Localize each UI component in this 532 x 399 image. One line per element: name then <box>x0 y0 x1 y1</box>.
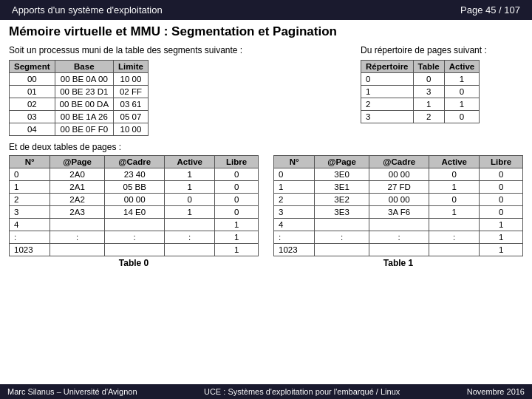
table-row: 0000 BE 0A 0010 00 <box>10 73 149 86</box>
header: Apports d'un système d'exploitation Page… <box>0 0 532 20</box>
table1-container: N° @Page @Cadre Active Libre 03E000 0000… <box>273 155 523 268</box>
table-row: 12A105 BB10 <box>10 181 259 194</box>
table1: N° @Page @Cadre Active Libre 03E000 0000… <box>273 155 523 256</box>
dir-col-table: Table <box>413 61 444 73</box>
table-row: 33E33A F610 <box>274 206 523 219</box>
table-row: ::::1 <box>10 231 259 244</box>
page-title: Mémoire virtuelle et MMU : Segmentation … <box>0 20 532 42</box>
table-row: 03E000 0000 <box>274 168 523 181</box>
t0-col-n: N° <box>10 156 50 168</box>
t1-col-cadre: @Cadre <box>369 156 429 168</box>
two-tables-row: N° @Page @Cadre Active Libre 02A023 4010… <box>9 155 523 268</box>
seg-col-limite: Limite <box>114 61 149 73</box>
table0-container: N° @Page @Cadre Active Libre 02A023 4010… <box>9 155 259 268</box>
two-tables-section: Et de deux tables de pages : N° @Page @C… <box>0 139 532 270</box>
right-desc: Du répertoire de pages suivant : <box>361 45 523 55</box>
table-row: 23E200 0000 <box>274 194 523 206</box>
t0-col-libre: Libre <box>215 156 259 168</box>
table-row: 22A200 0000 <box>10 194 259 206</box>
footer-right: Novembre 2016 <box>467 387 525 396</box>
t1-col-page: @Page <box>315 156 369 168</box>
table-row: 32A314 E010 <box>10 206 259 219</box>
table-row: 02A023 4010 <box>10 168 259 181</box>
main-content: Soit un processus muni de la table des s… <box>0 42 532 139</box>
footer: Marc Silanus – Université d'Avignon UCE … <box>0 384 532 399</box>
table-row: 10231 <box>274 244 523 256</box>
two-tables-desc: Et de deux tables de pages : <box>9 142 523 152</box>
table0-label: Table 0 <box>9 258 259 268</box>
t1-col-n: N° <box>274 156 315 168</box>
table-row: 10231 <box>10 244 259 256</box>
dir-col-repertoire: Répertoire <box>361 61 414 73</box>
table-row: ::::1 <box>274 231 523 244</box>
table-row: 320 <box>361 111 480 123</box>
seg-col-segment: Segment <box>10 61 55 73</box>
seg-col-base: Base <box>55 61 113 73</box>
table-row: 13E127 FD10 <box>274 181 523 194</box>
table-row: 211 <box>361 98 480 111</box>
table-row: 41 <box>10 219 259 231</box>
segment-table: Segment Base Limite 0000 BE 0A 0010 0001… <box>9 60 149 136</box>
directory-table: Répertoire Table Active 001130211320 <box>361 60 480 123</box>
left-section: Soit un processus muni de la table des s… <box>9 45 346 136</box>
header-title: Apports d'un système d'exploitation <box>12 4 163 16</box>
t1-col-active: Active <box>429 156 480 168</box>
left-desc: Soit un processus muni de la table des s… <box>9 45 346 55</box>
t0-col-active: Active <box>165 156 215 168</box>
table-row: 0100 BE 23 D102 FF <box>10 86 149 98</box>
table-row: 0200 BE 00 DA03 61 <box>10 98 149 111</box>
table-row: 0400 BE 0F F010 00 <box>10 123 149 136</box>
right-section: Du répertoire de pages suivant : Réperto… <box>361 45 523 136</box>
t0-col-page: @Page <box>50 156 105 168</box>
footer-left: Marc Silanus – Université d'Avignon <box>7 387 137 396</box>
footer-center: UCE : Systèmes d'exploitation pour l'emb… <box>137 387 467 396</box>
table-row: 001 <box>361 73 480 86</box>
table-row: 130 <box>361 86 480 98</box>
dir-col-active: Active <box>444 61 480 73</box>
table1-label: Table 1 <box>273 258 523 268</box>
table-row: 41 <box>274 219 523 231</box>
table-row: 0300 BE 1A 2605 07 <box>10 111 149 123</box>
table0: N° @Page @Cadre Active Libre 02A023 4010… <box>9 155 259 256</box>
t0-col-cadre: @Cadre <box>105 156 165 168</box>
header-page-info: Page 45 / 107 <box>460 4 520 16</box>
t1-col-libre: Libre <box>480 156 523 168</box>
